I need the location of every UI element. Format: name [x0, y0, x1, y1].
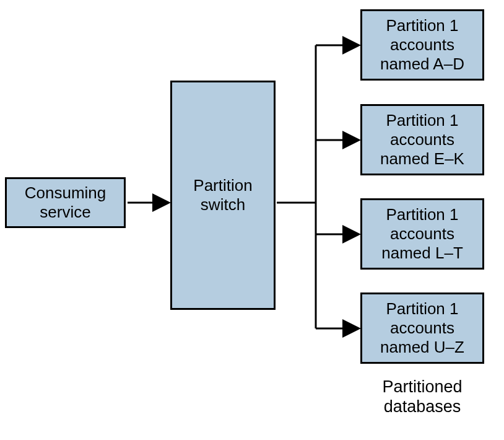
partition-4-box: Partition 1accountsnamed U–Z: [360, 293, 484, 364]
partition-diagram: Consumingservice Partitionswitch Partiti…: [0, 0, 504, 440]
partition-1-label: Partition 1accountsnamed A–D: [380, 16, 464, 74]
partition-3-label: Partition 1accountsnamed L–T: [381, 205, 463, 263]
partitioned-databases-caption: Partitioneddatabases: [360, 377, 484, 417]
caption-text: Partitioneddatabases: [382, 377, 462, 416]
partition-3-box: Partition 1accountsnamed L–T: [360, 198, 484, 270]
partition-switch-label: Partitionswitch: [193, 176, 252, 214]
partition-4-label: Partition 1accountsnamed U–Z: [380, 299, 464, 358]
consuming-service-box: Consumingservice: [5, 177, 126, 228]
partition-2-label: Partition 1accountsnamed E–K: [380, 111, 464, 169]
consuming-service-label: Consumingservice: [25, 183, 106, 222]
partition-2-box: Partition 1accountsnamed E–K: [360, 104, 484, 175]
partition-switch-box: Partitionswitch: [170, 81, 276, 310]
partition-1-box: Partition 1accountsnamed A–D: [360, 9, 484, 81]
